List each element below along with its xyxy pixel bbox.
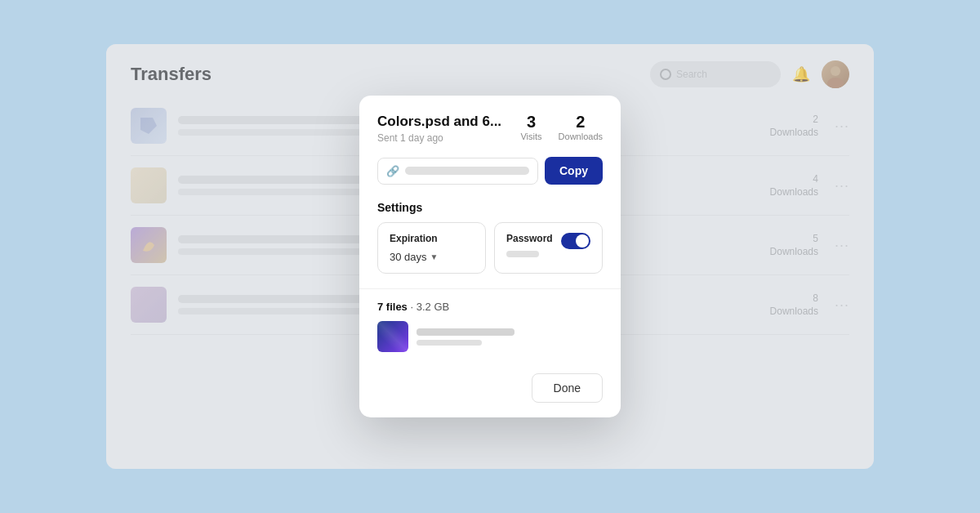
visits-count: 3: [527, 114, 536, 130]
copy-button[interactable]: Copy: [545, 157, 603, 185]
file-thumb-inner: [377, 321, 408, 352]
file-size-bar: [416, 340, 482, 346]
files-section: 7 files · 3.2 GB: [359, 288, 621, 364]
file-thumbnail: [377, 321, 408, 352]
link-icon: 🔗: [386, 165, 399, 177]
modal-header: Colors.psd and 6... Sent 1 day ago 3 Vis…: [377, 114, 603, 144]
password-content: Password: [506, 233, 553, 257]
file-info: [416, 328, 514, 346]
settings-label: Settings: [377, 201, 603, 214]
expiration-title: Expiration: [390, 233, 474, 244]
expiration-value[interactable]: 30 days ▼: [390, 251, 474, 263]
modal-title: Colors.psd and 6...: [377, 114, 501, 130]
done-button[interactable]: Done: [532, 373, 603, 403]
password-placeholder-bar: [506, 251, 539, 257]
downloads-label: Downloads: [559, 132, 603, 141]
dropdown-arrow-icon: ▼: [430, 252, 439, 261]
expiration-text: 30 days: [390, 251, 427, 263]
modal-stats: 3 Visits 2 Downloads: [520, 114, 603, 141]
password-title: Password: [506, 233, 553, 244]
modal-title-area: Colors.psd and 6... Sent 1 day ago: [377, 114, 501, 144]
share-modal: Colors.psd and 6... Sent 1 day ago 3 Vis…: [359, 96, 621, 417]
files-separator: ·: [410, 301, 416, 313]
expiration-card[interactable]: Expiration 30 days ▼: [377, 222, 486, 274]
visits-stat: 3 Visits: [520, 114, 541, 141]
file-item: [377, 321, 603, 352]
link-copy-row: 🔗 Copy: [377, 157, 603, 185]
files-header: 7 files · 3.2 GB: [377, 301, 603, 313]
files-count: 7 files: [377, 301, 408, 313]
downloads-stat: 2 Downloads: [559, 114, 603, 141]
modal-overlay: Colors.psd and 6... Sent 1 day ago 3 Vis…: [106, 44, 874, 469]
downloads-count: 2: [576, 114, 585, 130]
link-input[interactable]: 🔗: [377, 158, 538, 185]
file-name-bar: [416, 328, 514, 336]
link-placeholder-bar: [405, 167, 529, 175]
password-toggle[interactable]: [561, 233, 590, 249]
settings-grid: Expiration 30 days ▼ Password: [377, 222, 603, 274]
visits-label: Visits: [520, 132, 541, 141]
password-card[interactable]: Password: [494, 222, 603, 274]
app-window: Transfers Search 🔔: [106, 44, 874, 469]
modal-footer: Done: [359, 364, 621, 417]
modal-body: Colors.psd and 6... Sent 1 day ago 3 Vis…: [359, 96, 621, 274]
modal-subtitle: Sent 1 day ago: [377, 132, 501, 144]
files-size: 3.2 GB: [416, 301, 449, 313]
